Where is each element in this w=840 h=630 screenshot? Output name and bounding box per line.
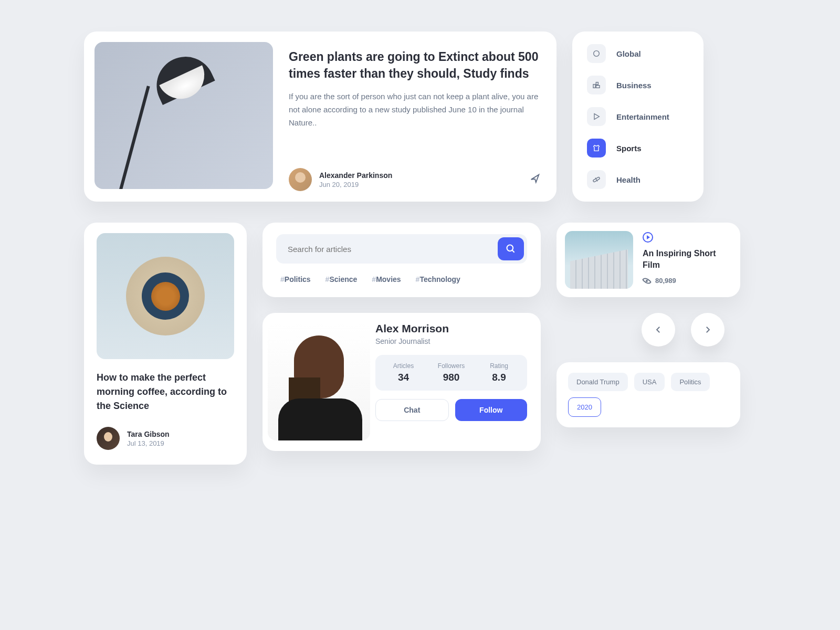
search-input[interactable] <box>288 245 498 254</box>
tag-science[interactable]: Science <box>326 275 358 284</box>
eye-icon <box>642 276 652 285</box>
stat-label: Articles <box>380 362 427 370</box>
profile-card: Alex Morrison Senior Journalist Articles… <box>262 313 541 451</box>
coffee-article-card[interactable]: How to make the perfect morning coffee, … <box>84 223 247 465</box>
tag-movies[interactable]: Movies <box>372 275 401 284</box>
category-health[interactable]: Health <box>587 170 689 189</box>
stat-label: Rating <box>475 362 523 370</box>
coffee-title: How to make the perfect morning coffee, … <box>97 371 234 413</box>
svg-point-0 <box>594 51 600 57</box>
author-avatar[interactable] <box>289 168 312 191</box>
coffee-image <box>97 233 234 359</box>
category-business[interactable]: Business <box>587 76 689 94</box>
video-card[interactable]: An Inspiring Short Film 80,989 <box>556 223 740 297</box>
chart-icon <box>587 76 606 94</box>
author-date: Jun 20, 2019 <box>319 181 522 188</box>
share-icon[interactable] <box>529 173 541 186</box>
featured-image <box>94 42 273 189</box>
chip-donald-trump[interactable]: Donald Trump <box>568 373 628 391</box>
jersey-icon <box>587 139 606 158</box>
search-card: Politics Science Movies Technology <box>262 223 541 297</box>
search-button[interactable] <box>498 237 524 260</box>
category-label: Sports <box>616 144 642 153</box>
chip-usa[interactable]: USA <box>634 373 665 391</box>
svg-rect-2 <box>596 82 598 85</box>
video-title: An Inspiring Short Film <box>643 248 732 270</box>
video-views: 80,989 <box>655 277 676 285</box>
stat-value: 8.9 <box>475 372 523 383</box>
category-global[interactable]: Global <box>587 44 689 63</box>
svg-rect-3 <box>596 86 600 88</box>
chat-button[interactable]: Chat <box>375 399 449 421</box>
category-label: Entertainment <box>616 112 669 121</box>
category-label: Global <box>616 49 641 58</box>
author-avatar[interactable] <box>97 427 120 450</box>
next-button[interactable] <box>691 313 724 346</box>
tag-politics[interactable]: Politics <box>280 275 311 284</box>
stat-value: 980 <box>427 372 475 383</box>
category-list: Global Business Entertainment Sports Hea… <box>572 32 704 202</box>
featured-title: Green plants are going to Extinct about … <box>289 48 541 82</box>
profile-role: Senior Journalist <box>375 337 527 345</box>
play-badge-icon <box>643 232 653 243</box>
pill-icon <box>587 170 606 189</box>
svg-line-8 <box>512 250 514 253</box>
author-name: Tara Gibson <box>127 430 234 438</box>
search-box <box>276 234 527 264</box>
category-sports[interactable]: Sports <box>587 139 689 158</box>
category-label: Business <box>616 81 652 90</box>
featured-excerpt: If you are the sort of person who just c… <box>289 90 541 129</box>
chevron-right-icon <box>703 325 712 334</box>
svg-point-7 <box>507 245 513 251</box>
category-entertainment[interactable]: Entertainment <box>587 107 689 126</box>
stat-value: 34 <box>380 372 427 383</box>
circle-icon <box>587 44 606 63</box>
featured-article-card[interactable]: Green plants are going to Extinct about … <box>84 32 556 202</box>
svg-rect-1 <box>593 85 595 88</box>
filter-chips: Donald Trump USA Politics 2020 <box>556 362 740 427</box>
search-icon <box>506 244 516 254</box>
follow-button[interactable]: Follow <box>455 399 528 421</box>
stat-label: Followers <box>427 362 475 370</box>
author-date: Jul 13, 2019 <box>127 439 234 447</box>
category-label: Health <box>616 175 640 184</box>
prev-button[interactable] <box>642 313 675 346</box>
chip-2020[interactable]: 2020 <box>568 397 601 417</box>
profile-stats: Articles 34 Followers 980 Rating 8.9 <box>375 355 527 391</box>
play-icon <box>587 107 606 126</box>
svg-marker-4 <box>594 114 599 120</box>
author-name: Alexander Parkinson <box>319 171 522 180</box>
chip-politics[interactable]: Politics <box>671 373 709 391</box>
video-thumbnail <box>565 231 633 289</box>
profile-photo <box>268 322 370 440</box>
profile-name: Alex Morrison <box>375 322 527 335</box>
tag-technology[interactable]: Technology <box>416 275 460 284</box>
chevron-left-icon <box>654 325 663 334</box>
